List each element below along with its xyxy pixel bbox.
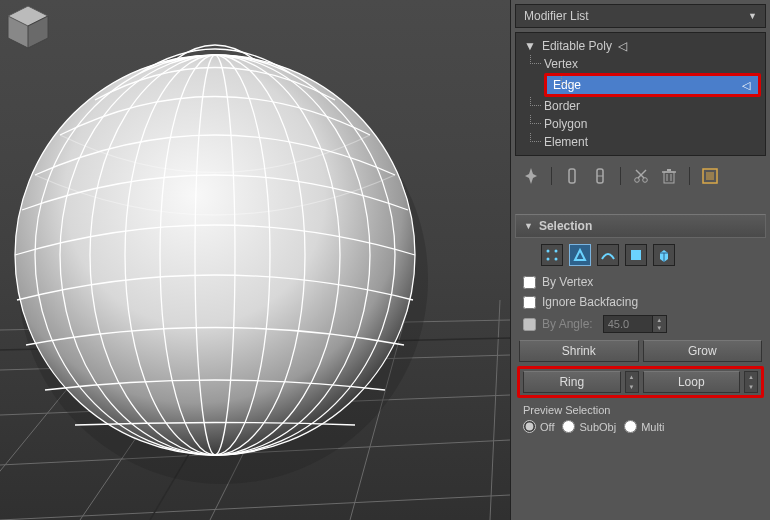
ring-spinner[interactable]: ▲▼ xyxy=(625,371,639,393)
stack-item-border[interactable]: Border xyxy=(516,97,765,115)
sphere-object[interactable] xyxy=(15,55,415,455)
svg-rect-31 xyxy=(664,172,674,183)
tube-icon[interactable] xyxy=(562,166,582,186)
trash-icon[interactable] xyxy=(659,166,679,186)
stack-item-polygon[interactable]: Polygon xyxy=(516,115,765,133)
svg-rect-24 xyxy=(569,169,575,183)
config-icon[interactable] xyxy=(700,166,720,186)
grow-button[interactable]: Grow xyxy=(643,340,763,362)
modifier-list-label: Modifier List xyxy=(524,9,589,23)
loop-spinner[interactable]: ▲▼ xyxy=(744,371,758,393)
by-angle-checkbox: By Angle: 45.0 ▲▼ xyxy=(511,312,770,336)
chevron-down-icon: ▼ xyxy=(748,11,757,21)
pin-icon[interactable] xyxy=(521,166,541,186)
command-panel: Modifier List ▼ ▼ Editable Poly ◁ Vertex… xyxy=(510,0,770,520)
tube2-icon[interactable] xyxy=(590,166,610,186)
stack-item-edge[interactable]: Edge ◁ xyxy=(547,76,758,94)
preview-selection-radios: Off SubObj Multi xyxy=(511,416,770,441)
radio-multi[interactable]: Multi xyxy=(624,420,664,433)
svg-point-39 xyxy=(555,250,558,253)
flag-icon: ◁ xyxy=(742,79,750,92)
stack-parent-label: Editable Poly xyxy=(542,39,612,53)
ring-button[interactable]: Ring xyxy=(523,371,621,393)
stack-item-vertex[interactable]: Vertex xyxy=(516,55,765,73)
by-angle-spinner: 45.0 xyxy=(603,315,653,333)
ignore-backfacing-checkbox[interactable]: Ignore Backfacing xyxy=(511,292,770,312)
svg-point-38 xyxy=(547,250,550,253)
stack-item-element[interactable]: Element xyxy=(516,133,765,151)
svg-point-40 xyxy=(547,258,550,261)
preview-selection-label: Preview Selection xyxy=(511,400,770,416)
collapse-icon: ▼ xyxy=(524,39,536,53)
viewcube[interactable] xyxy=(0,0,56,56)
stack-toolbar xyxy=(511,160,770,192)
svg-point-41 xyxy=(555,258,558,261)
stack-item-editable-poly[interactable]: ▼ Editable Poly ◁ xyxy=(516,37,765,55)
radio-off[interactable]: Off xyxy=(523,420,554,433)
svg-line-4 xyxy=(0,495,510,520)
loop-button[interactable]: Loop xyxy=(643,371,741,393)
spinner-arrows: ▲▼ xyxy=(653,315,667,333)
scissors-icon[interactable] xyxy=(631,166,651,186)
collapse-icon: ▼ xyxy=(524,221,533,231)
by-vertex-checkbox[interactable]: By Vertex xyxy=(511,272,770,292)
polygon-icon[interactable] xyxy=(625,244,647,266)
selection-rollout-header[interactable]: ▼ Selection xyxy=(515,214,766,238)
svg-line-9 xyxy=(490,300,500,520)
viewport-3d[interactable] xyxy=(0,0,510,520)
modifier-stack[interactable]: ▼ Editable Poly ◁ Vertex Edge ◁ Border P… xyxy=(515,32,766,156)
modifier-list-dropdown[interactable]: Modifier List ▼ xyxy=(515,4,766,28)
svg-rect-37 xyxy=(706,172,714,180)
border-icon[interactable] xyxy=(597,244,619,266)
edge-icon[interactable] xyxy=(569,244,591,266)
flag-icon: ◁ xyxy=(618,39,627,53)
subobject-icons xyxy=(531,238,770,272)
shrink-button[interactable]: Shrink xyxy=(519,340,639,362)
vertex-icon[interactable] xyxy=(541,244,563,266)
element-icon[interactable] xyxy=(653,244,675,266)
svg-rect-42 xyxy=(631,250,641,260)
radio-subobj[interactable]: SubObj xyxy=(562,420,616,433)
selection-title: Selection xyxy=(539,219,592,233)
